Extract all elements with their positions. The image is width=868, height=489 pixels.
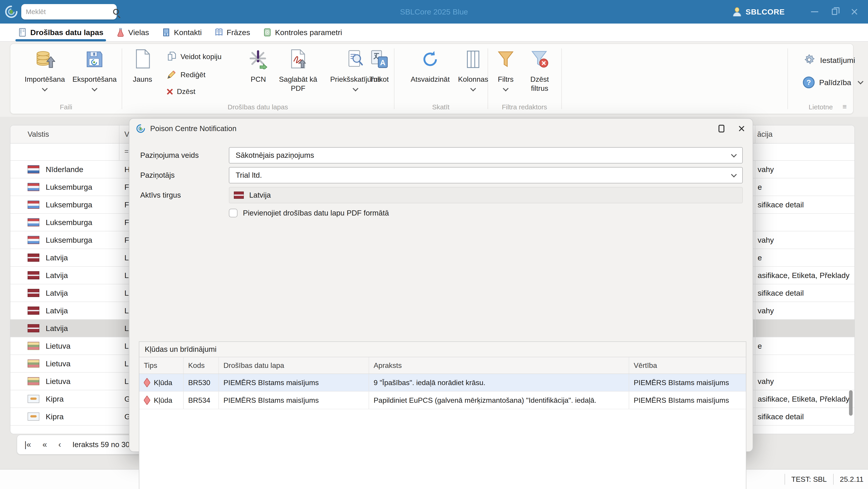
- tab-label: Kontakti: [174, 28, 202, 37]
- maximize-button[interactable]: [825, 0, 844, 24]
- country-flag-icon: [28, 395, 39, 403]
- dialog-maximize-button[interactable]: [711, 119, 732, 139]
- right-fragment-cell: [755, 214, 757, 231]
- edit-button[interactable]: Rediģēt: [166, 69, 205, 80]
- dialog-close-button[interactable]: [731, 119, 752, 139]
- ribbon-group-label: Skatīt: [394, 103, 488, 111]
- tab-label: Vielas: [128, 28, 149, 37]
- tab-drosibas-datu-lapas[interactable]: Drošības datu lapas: [12, 23, 110, 41]
- checkbox-label: Pievienojiet drošības datu lapu PDF form…: [243, 209, 389, 217]
- error-type: Kļūda: [154, 396, 172, 405]
- col-header-sds[interactable]: Drošības datu lapa: [219, 357, 369, 374]
- filter-operator-icon[interactable]: =: [124, 147, 129, 155]
- first-page-icon[interactable]: |«: [24, 440, 31, 450]
- help-button[interactable]: ? Palīdzība: [803, 77, 863, 88]
- error-row[interactable]: Kļūda BR530 PIEMĒRS Bīstams maisījums 9 …: [139, 374, 746, 392]
- ribbon-group-label: Drošības datu lapas: [122, 103, 394, 111]
- chevron-down-icon: [470, 86, 476, 91]
- country-flag-icon: [28, 271, 39, 279]
- tab-vielas[interactable]: Vielas: [110, 23, 155, 41]
- refresh-button[interactable]: Atsvaidzināt: [402, 48, 458, 84]
- user-icon[interactable]: [732, 7, 742, 17]
- right-fragment-cell: e: [755, 337, 762, 354]
- pcn-button[interactable]: PCN: [244, 48, 273, 84]
- translate-button[interactable]: A Tulkot: [362, 48, 397, 84]
- search-input[interactable]: [26, 8, 113, 16]
- global-search[interactable]: [21, 4, 117, 20]
- country-name: Luksemburga: [46, 200, 92, 209]
- ribbon-group-label: Filtra redaktors: [488, 103, 561, 111]
- group-options-icon[interactable]: ≡: [842, 103, 847, 111]
- notifier-select[interactable]: Trial ltd.: [229, 167, 743, 183]
- record-counter: Ieraksts 59 no 307: [72, 440, 134, 449]
- attach-pdf-checkbox[interactable]: [229, 209, 238, 217]
- col-header-vertiba[interactable]: Vērtība: [629, 357, 746, 374]
- prev-group-icon[interactable]: «: [42, 440, 47, 450]
- tab-label: Kontroles parametri: [275, 28, 342, 37]
- close-button[interactable]: [844, 0, 864, 24]
- error-code: BR530: [184, 374, 219, 391]
- column-header-valstis[interactable]: Valstis: [10, 130, 119, 139]
- country-name: Lietuva: [46, 359, 70, 368]
- main-tabstrip: Drošības datu lapas Vielas Kontakti Frāz…: [0, 24, 868, 42]
- button-label: Filtrs: [498, 75, 514, 84]
- errors-header-row: Tips Kods Drošības datu lapa Apraksts Vē…: [139, 357, 746, 374]
- country-name: Latvija: [46, 324, 68, 333]
- right-fragment-cell: sifikace detail: [755, 196, 804, 213]
- button-label: Dzēst: [177, 87, 195, 96]
- tab-frazes[interactable]: Frāzes: [208, 23, 256, 41]
- right-fragment-cell: [755, 320, 757, 337]
- save-as-pdf-button[interactable]: Saglabāt kā PDF: [276, 48, 321, 93]
- minimize-button[interactable]: [805, 0, 825, 24]
- import-button[interactable]: Importēšana: [20, 48, 70, 91]
- active-market-row: Aktīvs tirgus Latvija: [140, 187, 743, 203]
- right-fragment-cell: e: [755, 249, 762, 266]
- filter-button[interactable]: Filtrs: [493, 48, 519, 91]
- country-cell: Lietuva: [10, 359, 119, 368]
- country-cell: Luksemburga: [10, 218, 119, 227]
- chevron-down-icon: [731, 172, 737, 177]
- new-button[interactable]: Jauns: [126, 48, 159, 84]
- field-label: Paziņotājs: [140, 171, 229, 179]
- country-name: Latvija: [46, 271, 68, 280]
- copy-button[interactable]: Veidot kopiju: [166, 51, 221, 62]
- country-cell: Lietuva: [10, 342, 119, 350]
- clear-filters-button[interactable]: Dzēst filtrus: [521, 48, 559, 93]
- minimize-icon: [811, 11, 818, 12]
- copy-icon: [166, 51, 177, 62]
- country-cell: Luksemburga: [10, 236, 119, 244]
- column-header-right-fragment[interactable]: ācija: [755, 125, 773, 143]
- delete-button[interactable]: Dzēst: [166, 87, 195, 96]
- prev-page-icon[interactable]: ‹: [58, 440, 61, 450]
- country-name: Latvija: [46, 289, 68, 297]
- button-label: Rediģēt: [181, 70, 205, 79]
- delete-x-icon: [166, 88, 173, 95]
- refresh-icon: [420, 48, 440, 69]
- col-header-kods[interactable]: Kods: [184, 357, 219, 374]
- search-icon[interactable]: [113, 9, 119, 15]
- settings-button[interactable]: Iestatījumi: [803, 54, 855, 66]
- environment-label: TEST: SBL: [791, 475, 827, 484]
- button-label: Dzēst filtrus: [524, 75, 555, 93]
- country-flag-icon: [28, 412, 39, 421]
- right-fragment-cell: sifikace detail: [755, 284, 804, 301]
- error-value: PIEMĒRS Bīstams maisījums: [629, 392, 746, 409]
- chevron-down-icon: [503, 86, 508, 91]
- version-label: 25.2.11: [840, 475, 864, 484]
- notification-type-select[interactable]: Sākotnējais paziņojums: [229, 147, 743, 164]
- button-label: PCN: [251, 75, 266, 84]
- gear-icon: [803, 54, 815, 66]
- tab-kontakti[interactable]: Kontakti: [155, 23, 208, 41]
- columns-button[interactable]: Kolonnas: [461, 48, 485, 91]
- ribbon: Importēšana Eksportēšana Faili: [0, 42, 868, 117]
- country-cell: Latvija: [10, 271, 119, 280]
- tab-kontroles-parametri[interactable]: Kontroles parametri: [256, 23, 348, 41]
- group-separator: [787, 49, 788, 109]
- col-header-apraksts[interactable]: Apraksts: [369, 357, 629, 374]
- grid-scrollbar-thumb[interactable]: [849, 390, 852, 415]
- export-button[interactable]: Eksportēšana: [69, 48, 120, 91]
- account-label[interactable]: SBLCORE: [746, 7, 785, 16]
- right-fragment-cell: asifikace, Etiketa, Překlady: [755, 267, 849, 284]
- col-header-tips[interactable]: Tips: [139, 357, 184, 374]
- error-row[interactable]: Kļūda BR534 PIEMĒRS Bīstams maisījums Pa…: [139, 392, 746, 409]
